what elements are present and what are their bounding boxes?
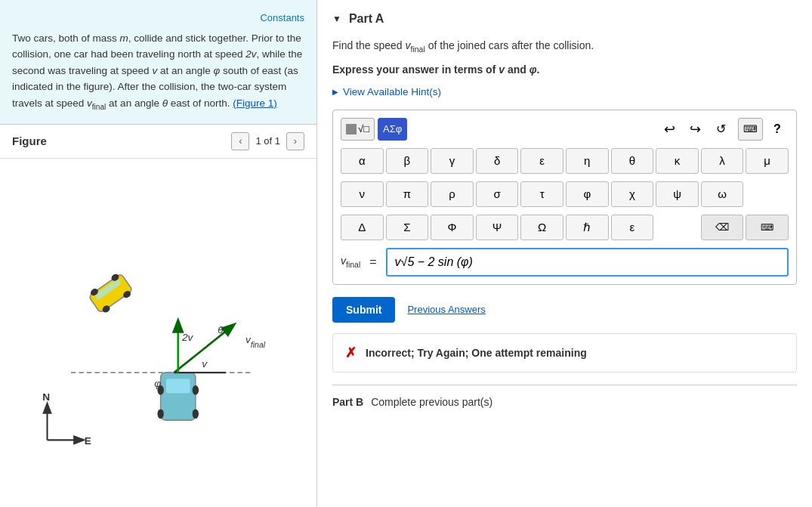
greek-omega[interactable]: ω [701, 181, 744, 207]
figure-svg: θ v φ 2v vfinal N E [8, 166, 309, 499]
greek-phi-upper[interactable]: Φ [431, 215, 474, 240]
greek-hbar[interactable]: ℏ [566, 215, 609, 240]
svg-point-11 [193, 409, 199, 419]
answer-variable-label: vfinal [341, 255, 360, 269]
svg-point-9 [193, 385, 199, 395]
template-button[interactable]: √□ [341, 118, 375, 141]
greek-sigma-upper[interactable]: Σ [386, 215, 429, 240]
greek-beta[interactable]: β [386, 148, 429, 174]
part-b-text: Complete previous part(s) [371, 396, 492, 408]
greek-rho[interactable]: ρ [431, 181, 474, 207]
greek-omega-upper[interactable]: Ω [520, 215, 563, 240]
redo-button[interactable]: ↪ [684, 118, 706, 141]
error-message: Incorrect; Try Again; One attempt remain… [366, 347, 587, 359]
express-answer-text: Express your answer in terms of v and φ. [332, 63, 797, 76]
greek-chi[interactable]: χ [611, 181, 654, 207]
submit-row: Submit Previous Answers [332, 297, 797, 323]
figure-title: Figure [12, 134, 231, 147]
greek-mu[interactable]: μ [746, 148, 789, 174]
math-input-container: √□ ΑΣφ ↩ ↪ ↺ ⌨ ? α β γ δ ε η θ κ λ μ ν π [332, 110, 797, 285]
greek-gamma[interactable]: γ [431, 148, 474, 174]
greek-epsilon2[interactable]: ε [611, 215, 654, 240]
svg-text:vfinal: vfinal [245, 334, 266, 349]
error-box: ✗ Incorrect; Try Again; One attempt rema… [332, 333, 797, 373]
find-speed-text: Find the speed vfinal of the joined cars… [332, 38, 797, 56]
figure-ref-link[interactable]: (Figure 1) [233, 97, 277, 109]
previous-answers-link[interactable]: Previous Answers [407, 304, 485, 315]
greek-tau[interactable]: τ [520, 181, 563, 207]
greek-psi-upper[interactable]: Ψ [476, 215, 519, 240]
greek-phi-lower[interactable]: φ [566, 181, 609, 207]
svg-text:N: N [42, 391, 50, 403]
greek-grid-row2: ν π ρ σ τ φ χ ψ ω [341, 181, 789, 207]
svg-text:E: E [85, 434, 91, 446]
svg-text:v: v [202, 358, 208, 369]
greek-sigma-lower[interactable]: σ [476, 181, 519, 207]
greek-delta-upper[interactable]: Δ [341, 215, 384, 240]
undo-button[interactable]: ↩ [658, 118, 681, 141]
part-b-label: Part B [332, 396, 363, 408]
view-hints-link[interactable]: View Available Hint(s) [332, 86, 797, 97]
greek-nu[interactable]: ν [341, 181, 384, 207]
svg-text:φ: φ [154, 378, 161, 389]
right-panel: ▼ Part A Find the speed vfinal of the jo… [317, 0, 812, 507]
part-a-header: ▼ Part A [332, 12, 797, 26]
figure-nav: ‹ 1 of 1 › [231, 132, 304, 150]
keyboard-toggle-button[interactable]: ⌨ [738, 118, 763, 141]
greek-eta[interactable]: η [566, 148, 609, 174]
greek-delta-lower[interactable]: δ [476, 148, 519, 174]
figure-header: Figure ‹ 1 of 1 › [0, 125, 316, 159]
svg-text:θ: θ [218, 323, 224, 335]
answer-row: vfinal = [341, 248, 789, 277]
prev-figure-button[interactable]: ‹ [231, 132, 249, 150]
figure-count: 1 of 1 [255, 135, 280, 147]
problem-text-area: Constants Two cars, both of mass m, coll… [0, 0, 316, 125]
svg-text:2v: 2v [181, 332, 194, 343]
equals-sign: = [369, 255, 376, 269]
greek-alpha[interactable]: α [341, 148, 384, 174]
greek-psi[interactable]: ψ [656, 181, 699, 207]
left-panel: Constants Two cars, both of mass m, coll… [0, 0, 317, 507]
part-a-collapse-icon[interactable]: ▼ [332, 14, 341, 24]
refresh-button[interactable]: ↺ [709, 118, 732, 141]
submit-button[interactable]: Submit [332, 297, 395, 323]
math-toolbar: √□ ΑΣφ ↩ ↪ ↺ ⌨ ? [341, 118, 789, 141]
greek-kappa[interactable]: κ [656, 148, 699, 174]
constants-link[interactable]: Constants [12, 11, 304, 26]
keyboard-button[interactable]: ⌨ [746, 215, 789, 240]
greek-epsilon[interactable]: ε [520, 148, 563, 174]
greek-lambda[interactable]: λ [701, 148, 744, 174]
answer-input-field[interactable] [386, 248, 789, 277]
error-icon: ✗ [345, 345, 357, 361]
part-a-label: Part A [349, 12, 384, 26]
problem-description: Two cars, both of mass m, collide and st… [12, 30, 304, 113]
greek-grid-row1: α β γ δ ε η θ κ λ μ [341, 148, 789, 174]
figure-area: θ v φ 2v vfinal N E [0, 159, 316, 507]
svg-point-10 [157, 409, 163, 419]
svg-rect-7 [166, 379, 190, 393]
help-button[interactable]: ? [766, 118, 789, 141]
delete-button[interactable]: ⌫ [701, 215, 744, 240]
greek-grid-row3: Δ Σ Φ Ψ Ω ℏ ε ⌫ ⌨ [341, 215, 789, 240]
next-figure-button[interactable]: › [286, 132, 304, 150]
greek-pi[interactable]: π [386, 181, 429, 207]
greek-theta-lower[interactable]: θ [611, 148, 654, 174]
part-b-section: Part B Complete previous part(s) [332, 385, 797, 408]
greek-button[interactable]: ΑΣφ [378, 118, 407, 141]
